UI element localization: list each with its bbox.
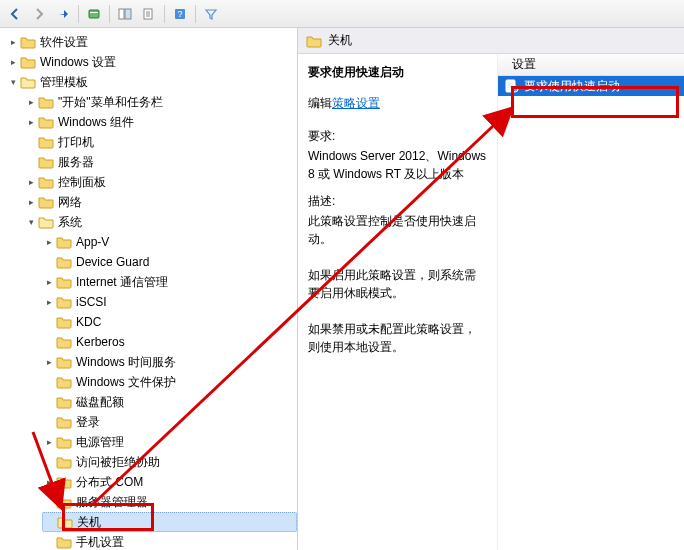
tree-item-label: 手机设置 — [76, 534, 124, 551]
tree-item[interactable]: ▸Windows 时间服务 — [42, 352, 297, 372]
policy-setting-icon — [504, 78, 520, 94]
edit-policy-link[interactable]: 策略设置 — [332, 96, 380, 110]
tree-item[interactable]: ▸分布式 COM — [42, 472, 297, 492]
detail-title: 关机 — [328, 32, 352, 49]
edit-prefix: 编辑 — [308, 96, 332, 110]
tree-item-label: "开始"菜单和任务栏 — [58, 94, 163, 111]
expand-icon[interactable]: ▸ — [24, 175, 38, 189]
folder-icon — [38, 95, 54, 109]
expand-icon[interactable]: ▸ — [42, 275, 56, 289]
folder-icon — [56, 395, 72, 409]
tree-item-label: 磁盘配额 — [76, 394, 124, 411]
tree-item-label: 服务器管理器 — [76, 494, 148, 511]
edit-policy-line: 编辑策略设置 — [308, 95, 487, 112]
tree-item[interactable]: ▸电源管理 — [42, 432, 297, 452]
policy-list[interactable]: 要求使用快速启动 — [498, 76, 684, 550]
policy-preview: 要求使用快速启动 编辑策略设置 要求: Windows Server 2012、… — [298, 54, 498, 550]
tree-item[interactable]: ▸控制面板 — [24, 172, 297, 192]
expand-icon[interactable]: ▸ — [42, 295, 56, 309]
requirements-body: Windows Server 2012、Windows 8 或 Windows … — [308, 147, 487, 183]
filter-button[interactable] — [200, 3, 222, 25]
tree-item[interactable]: 打印机 — [24, 132, 297, 152]
show-hide-tree-button[interactable] — [114, 3, 136, 25]
app-icon-button[interactable] — [83, 3, 105, 25]
expand-icon[interactable]: ▸ — [42, 435, 56, 449]
toolbar-separator — [78, 5, 79, 23]
expand-icon[interactable]: ▾ — [6, 75, 20, 89]
policy-list-item[interactable]: 要求使用快速启动 — [498, 76, 684, 96]
folder-icon — [38, 175, 54, 189]
tree-item[interactable]: ▸网络 — [24, 192, 297, 212]
expand-icon[interactable]: ▸ — [6, 35, 20, 49]
svg-rect-2 — [119, 9, 124, 19]
tree-item-label: 控制面板 — [58, 174, 106, 191]
tree-item[interactable]: Device Guard — [42, 252, 297, 272]
policy-list-pane: 设置 要求使用快速启动 — [498, 54, 684, 550]
column-header-setting[interactable]: 设置 — [498, 54, 684, 76]
folder-icon — [38, 135, 54, 149]
tree-item-label: 电源管理 — [76, 434, 124, 451]
tree-item[interactable]: ▾管理模板 — [6, 72, 297, 92]
expand-icon[interactable]: ▸ — [42, 475, 56, 489]
help-button[interactable]: ? — [169, 3, 191, 25]
folder-icon — [56, 295, 72, 309]
tree-item[interactable]: ▸Internet 通信管理 — [42, 272, 297, 292]
tree-item-label: App-V — [76, 235, 109, 249]
tree-item-label: 访问被拒绝协助 — [76, 454, 160, 471]
folder-icon — [38, 115, 54, 129]
tree-item-label: 网络 — [58, 194, 82, 211]
detail-header: 关机 — [298, 28, 684, 54]
tree-item[interactable]: 访问被拒绝协助 — [42, 452, 297, 472]
tree-item[interactable]: ▸Windows 组件 — [24, 112, 297, 132]
toolbar: ? — [0, 0, 684, 28]
expand-icon[interactable]: ▸ — [24, 195, 38, 209]
folder-icon — [56, 315, 72, 329]
tree-item[interactable]: 登录 — [42, 412, 297, 432]
tree-item-label: iSCSI — [76, 295, 107, 309]
expand-icon[interactable]: ▸ — [42, 355, 56, 369]
tree-item[interactable]: ▸"开始"菜单和任务栏 — [24, 92, 297, 112]
tree-item-label: Device Guard — [76, 255, 149, 269]
forward-button[interactable] — [28, 3, 50, 25]
expand-icon[interactable]: ▸ — [24, 95, 38, 109]
folder-icon — [56, 375, 72, 389]
tree-item[interactable]: Windows 文件保护 — [42, 372, 297, 392]
tree-item-label: 软件设置 — [40, 34, 88, 51]
tree-item[interactable]: 手机设置 — [42, 532, 297, 550]
policy-list-item-label: 要求使用快速启动 — [524, 78, 620, 95]
toolbar-separator — [164, 5, 165, 23]
tree-item-label: 登录 — [76, 414, 100, 431]
folder-icon — [38, 155, 54, 169]
tree-item[interactable]: KDC — [42, 312, 297, 332]
tree-item[interactable]: ▾系统 — [24, 212, 297, 232]
folder-icon — [56, 335, 72, 349]
tree-item-label: Windows 组件 — [58, 114, 134, 131]
detail-pane: 关机 要求使用快速启动 编辑策略设置 要求: Windows Server 20… — [298, 28, 684, 550]
folder-icon — [56, 355, 72, 369]
tree-item[interactable]: 磁盘配额 — [42, 392, 297, 412]
tree-item[interactable]: Kerberos — [42, 332, 297, 352]
tree-item-label: Windows 文件保护 — [76, 374, 176, 391]
back-button[interactable] — [4, 3, 26, 25]
tree-pane[interactable]: ▸软件设置▸Windows 设置▾管理模板▸"开始"菜单和任务栏▸Windows… — [0, 28, 298, 550]
toolbar-separator — [195, 5, 196, 23]
expand-icon[interactable]: ▸ — [6, 55, 20, 69]
tree-item-label: Windows 设置 — [40, 54, 116, 71]
tree-item[interactable]: ▸Windows 设置 — [6, 52, 297, 72]
expand-icon[interactable]: ▸ — [24, 115, 38, 129]
requirements-label: 要求: — [308, 128, 487, 145]
gpedit-window: ? ▸软件设置▸Windows 设置▾管理模板▸"开始"菜单和任务栏▸Windo… — [0, 0, 684, 550]
tree-item[interactable]: ▸软件设置 — [6, 32, 297, 52]
expand-icon[interactable]: ▸ — [42, 235, 56, 249]
folder-icon — [20, 75, 36, 89]
folder-icon — [57, 515, 73, 529]
tree-item[interactable]: 服务器 — [24, 152, 297, 172]
up-button[interactable] — [52, 3, 74, 25]
tree-item[interactable]: ▸iSCSI — [42, 292, 297, 312]
expand-icon[interactable]: ▾ — [24, 215, 38, 229]
tree-item-label: 系统 — [58, 214, 82, 231]
tree-item[interactable]: 关机 — [42, 512, 297, 532]
tree-item[interactable]: ▸App-V — [42, 232, 297, 252]
tree-item[interactable]: 服务器管理器 — [42, 492, 297, 512]
export-list-button[interactable] — [138, 3, 160, 25]
